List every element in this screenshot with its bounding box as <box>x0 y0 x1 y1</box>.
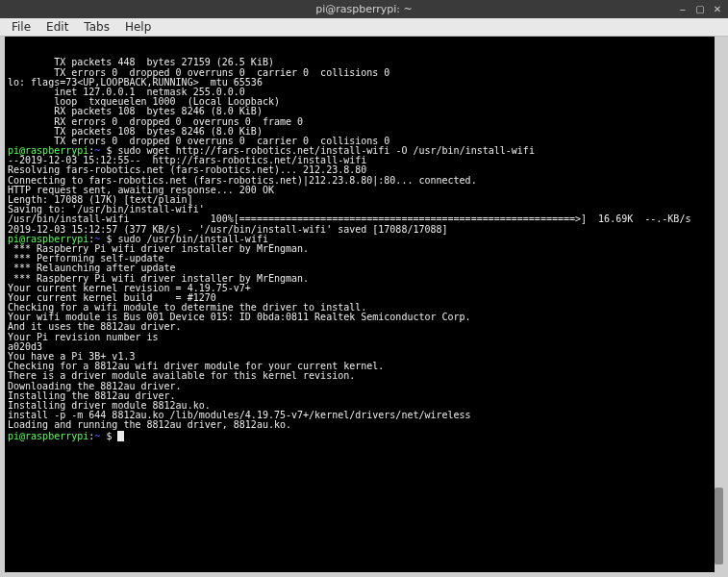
scrollbar-thumb[interactable] <box>715 488 723 564</box>
window-title: pi@raspberrypi: ~ <box>315 3 413 15</box>
menu-bar: File Edit Tabs Help <box>0 18 728 37</box>
cursor <box>117 431 124 441</box>
menu-file[interactable]: File <box>4 19 38 35</box>
terminal-line: RX packets 108 bytes 8246 (8.0 KiB) <box>8 107 720 116</box>
menu-tabs[interactable]: Tabs <box>76 19 117 35</box>
menu-edit[interactable]: Edit <box>38 19 76 35</box>
window-controls: ‒ ▢ ✕ <box>676 2 724 15</box>
prompt-user: pi@raspberrypi <box>8 431 88 441</box>
terminal-container: TX packets 448 bytes 27159 (26.5 KiB) TX… <box>0 37 728 577</box>
scrollbar[interactable] <box>715 37 723 572</box>
terminal-line: *** Relaunching after update <box>8 263 720 273</box>
maximize-button[interactable]: ▢ <box>693 2 707 15</box>
close-button[interactable]: ✕ <box>711 2 724 15</box>
terminal-line: Loading and running the 8812au driver, 8… <box>8 420 720 430</box>
terminal-output[interactable]: TX packets 448 bytes 27159 (26.5 KiB) TX… <box>5 37 723 572</box>
terminal-line: Your Pi revision number is <box>8 333 720 342</box>
prompt-line: pi@raspberrypi:~ $ <box>8 431 720 441</box>
minimize-button[interactable]: ‒ <box>676 2 690 15</box>
menu-help[interactable]: Help <box>117 19 159 35</box>
title-bar: pi@raspberrypi: ~ ‒ ▢ ✕ <box>0 0 728 18</box>
